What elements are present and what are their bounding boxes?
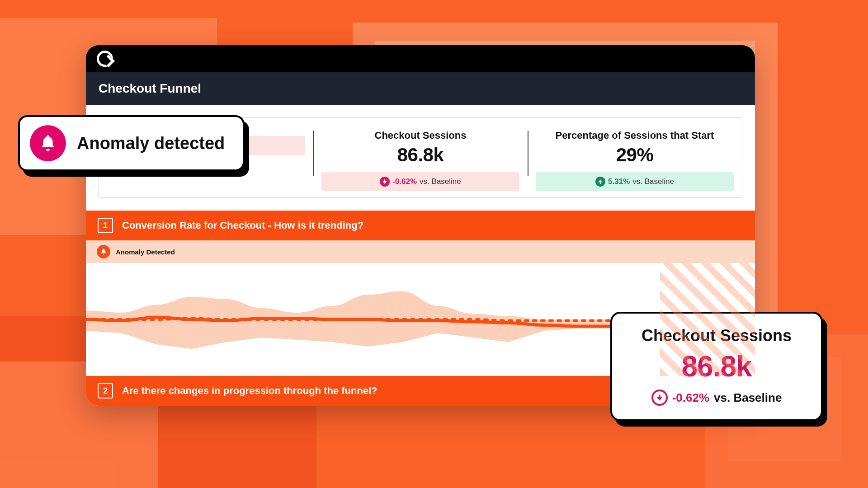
metric-delta: 5.31% <box>608 177 630 186</box>
detail-baseline: -0.62% vs. Baseline <box>630 389 803 406</box>
section-title: Are there changes in progression through… <box>122 385 377 397</box>
metric-card[interactable]: Percentage of Sessions that Start 29% 5.… <box>528 118 742 197</box>
section-number: 1 <box>98 218 113 233</box>
notification-text: Anomaly detected <box>77 134 225 153</box>
arrow-down-icon <box>651 389 668 406</box>
bell-icon <box>30 125 66 161</box>
detail-delta: -0.62% <box>672 391 709 405</box>
section-title: Conversion Rate for Checkout - How is it… <box>122 220 363 231</box>
metric-vs-label: vs. Baseline <box>632 177 674 186</box>
metric-baseline: -0.62% vs. Baseline <box>321 172 519 191</box>
page-title: Checkout Funnel <box>86 72 755 105</box>
section-header[interactable]: 1 Conversion Rate for Checkout - How is … <box>86 211 755 240</box>
metric-delta: -0.62% <box>392 177 417 186</box>
metric-baseline: 5.31% vs. Baseline <box>536 172 734 191</box>
metric-title: Checkout Sessions <box>320 130 521 141</box>
metric-value: 29% <box>534 144 736 166</box>
bell-icon <box>97 245 110 258</box>
title-bar <box>86 45 755 72</box>
arrow-up-icon <box>595 177 605 187</box>
metric-vs-label: vs. Baseline <box>420 177 461 186</box>
arrow-down-icon <box>380 177 390 187</box>
anomaly-banner: Anomaly Detected <box>86 240 755 263</box>
metric-title: Percentage of Sessions that Start <box>534 130 736 141</box>
anomaly-banner-label: Anomaly Detected <box>116 248 175 256</box>
anomaly-notification-card[interactable]: Anomaly detected <box>18 115 245 171</box>
app-logo-icon <box>97 51 113 67</box>
detail-vs-label: vs. Baseline <box>714 391 782 405</box>
metric-value: 86.8k <box>320 144 521 166</box>
section-number: 2 <box>98 383 113 399</box>
metric-card[interactable]: Checkout Sessions 86.8k -0.62% vs. Basel… <box>313 118 528 197</box>
anomaly-region-hatch <box>660 263 755 376</box>
